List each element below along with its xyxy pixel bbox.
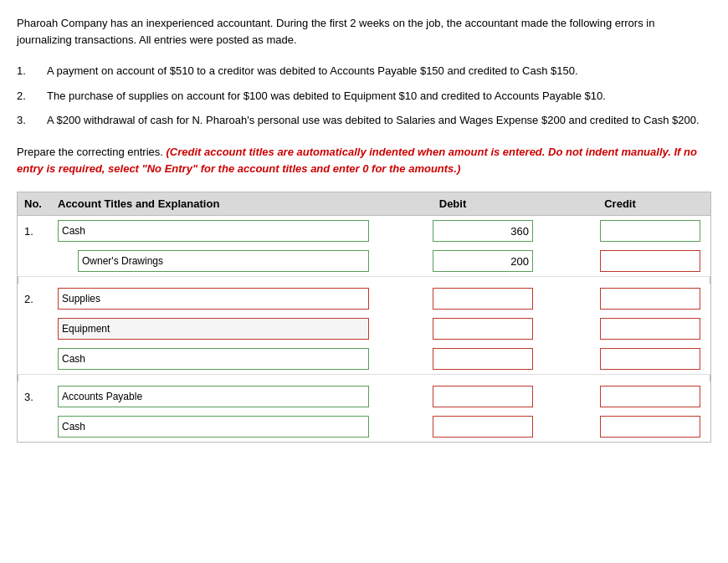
account-input-1-2[interactable]	[78, 250, 369, 272]
debit-cell-1-1: 360	[369, 220, 536, 242]
error-text-2: The purchase of supplies on account for …	[47, 88, 711, 105]
row-account-3-2	[58, 416, 369, 438]
debit-cell-2-3	[369, 348, 536, 370]
credit-cell-2-2	[536, 318, 704, 340]
table-row	[18, 412, 710, 442]
header-no: No.	[24, 197, 58, 210]
account-input-1-1[interactable]	[58, 220, 369, 242]
credit-cell-2-3	[536, 348, 704, 370]
account-input-2-2[interactable]	[58, 318, 369, 340]
section-sep-1	[18, 277, 710, 284]
header-debit: Debit	[369, 197, 536, 210]
debit-input-2-3[interactable]	[433, 348, 533, 370]
row-account-1-1	[58, 220, 369, 242]
account-input-3-2[interactable]	[58, 416, 369, 438]
entry-group-1: 1. 360 200	[18, 216, 710, 277]
entry-group-2: 2.	[18, 284, 710, 375]
credit-input-2-1[interactable]	[600, 288, 700, 310]
row-account-2-2	[58, 318, 369, 340]
section-sep-2	[18, 375, 710, 381]
error-num-3: 3.	[17, 112, 47, 129]
error-text-3: A $200 withdrawal of cash for N. Pharoah…	[47, 112, 711, 129]
debit-cell-2-1	[369, 288, 536, 310]
error-item-1: 1. A payment on account of $510 to a cre…	[17, 63, 711, 79]
row-account-2-3	[58, 348, 369, 370]
credit-cell-2-1	[536, 288, 704, 310]
credit-cell-1-1	[536, 220, 704, 242]
row-account-1-2	[58, 250, 369, 272]
credit-cell-3-2	[536, 416, 704, 438]
debit-cell-1-2: 200	[369, 250, 536, 272]
row-account-2-1	[58, 288, 369, 310]
row-account-3-1	[58, 386, 369, 407]
table-row: 3.	[18, 381, 710, 412]
instructions-before: Prepare the correcting entries.	[17, 146, 166, 158]
credit-input-3-2[interactable]	[600, 416, 700, 438]
credit-cell-3-1	[536, 386, 704, 407]
debit-input-2-2[interactable]	[433, 318, 533, 340]
debit-input-2-1[interactable]	[433, 288, 533, 310]
header-credit: Credit	[536, 197, 704, 210]
table-header: No. Account Titles and Explanation Debit…	[17, 192, 711, 216]
debit-input-3-2[interactable]	[433, 416, 533, 438]
debit-input-3-1[interactable]	[433, 386, 533, 407]
error-num-1: 1.	[17, 63, 47, 79]
table-row: 1. 360	[18, 216, 710, 246]
error-text-1: A payment on account of $510 to a credit…	[47, 63, 711, 79]
error-num-2: 2.	[17, 88, 47, 105]
error-item-3: 3. A $200 withdrawal of cash for N. Phar…	[17, 112, 711, 129]
debit-cell-3-1	[369, 386, 536, 407]
entry-group-3: 3.	[18, 381, 710, 442]
credit-input-1-1[interactable]	[600, 220, 700, 242]
credit-input-2-3[interactable]	[600, 348, 700, 370]
credit-input-2-2[interactable]	[600, 318, 700, 340]
table-body: 1. 360 200	[17, 216, 711, 443]
row-no-1-1: 1.	[24, 225, 58, 238]
table-row: 200	[18, 246, 710, 276]
intro-text: Pharoah Company has an inexperienced acc…	[17, 15, 711, 48]
header-account: Account Titles and Explanation	[58, 197, 369, 210]
row-no-2-1: 2.	[24, 293, 58, 305]
credit-cell-1-2	[536, 250, 704, 272]
error-item-2: 2. The purchase of supplies on account f…	[17, 88, 711, 105]
credit-input-1-2[interactable]	[600, 250, 700, 272]
account-input-2-1[interactable]	[58, 288, 369, 310]
credit-input-3-1[interactable]	[600, 386, 700, 407]
debit-cell-3-2	[369, 416, 536, 438]
table-row	[18, 344, 710, 374]
instructions: Prepare the correcting entries. (Credit …	[17, 144, 711, 179]
table-row	[18, 314, 710, 344]
errors-list: 1. A payment on account of $510 to a cre…	[17, 63, 711, 129]
row-no-3-1: 3.	[24, 391, 58, 403]
account-input-2-3[interactable]	[58, 348, 369, 370]
debit-display-1-2: 200	[433, 250, 533, 272]
debit-cell-2-2	[369, 318, 536, 340]
debit-display-1-1: 360	[433, 220, 533, 242]
account-input-3-1[interactable]	[58, 386, 369, 407]
journal-table: No. Account Titles and Explanation Debit…	[17, 192, 711, 443]
table-row: 2.	[18, 284, 710, 314]
